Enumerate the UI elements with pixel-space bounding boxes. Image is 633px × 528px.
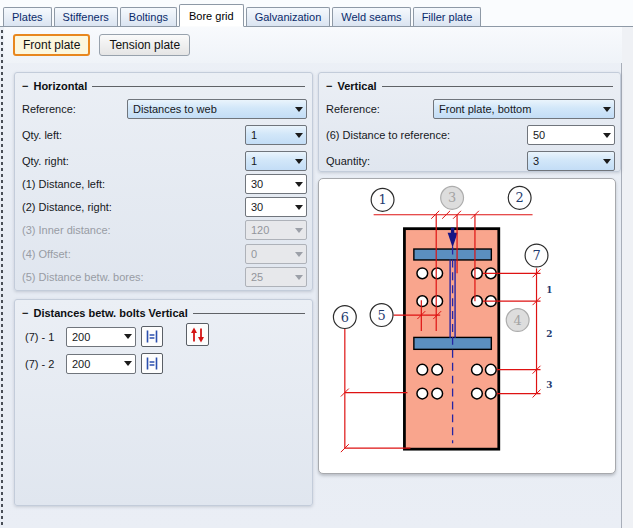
vertical-reference-row: Reference: Front plate, bottom — [319, 99, 620, 119]
inner-distance-row: (3) Inner distance: 120 — [15, 220, 312, 240]
tab-galvanization[interactable]: Galvanization — [246, 7, 331, 26]
distance-to-reference-row: (6) Distance to reference: 50 — [319, 125, 620, 145]
svg-text:3: 3 — [448, 190, 456, 205]
chevron-down-icon — [291, 205, 306, 210]
offset-label: (4) Offset: — [22, 248, 71, 260]
group-rule — [92, 86, 305, 87]
chevron-down-icon — [599, 133, 614, 138]
group-title: Horizontal — [33, 80, 87, 92]
distance-right-row: (2) Distance, right: 30 — [15, 197, 312, 217]
qty-right-row: Qty. right: 1 — [15, 151, 312, 171]
distance-to-reference-combo[interactable]: 50 — [527, 125, 615, 145]
group-title: Vertical — [337, 80, 376, 92]
group-rule — [382, 86, 613, 87]
bolt-distance-1-combo[interactable]: 200 — [66, 327, 136, 347]
svg-text:1: 1 — [378, 192, 386, 207]
reference-label: Reference: — [22, 103, 76, 115]
tab-weld-seams[interactable]: Weld seams — [332, 7, 410, 26]
quantity-select[interactable]: 3 — [527, 151, 615, 171]
bolt-distances-header: − Distances betw. bolts Vertical — [15, 300, 312, 322]
callout-2: 2 — [508, 186, 531, 209]
callout-7: 7 — [525, 244, 548, 267]
swap-direction-button[interactable] — [186, 323, 209, 346]
tab-bore-grid[interactable]: Bore grid — [179, 4, 244, 27]
chevron-down-icon — [291, 275, 306, 280]
svg-text:5: 5 — [377, 308, 385, 323]
callout-3-disabled: 3 — [441, 186, 464, 209]
distance-left-label: (1) Distance, left: — [22, 178, 105, 190]
qty-right-label: Qty. right: — [22, 155, 69, 167]
bolt-distance-2-label: (7) - 2 — [25, 358, 61, 370]
vertical-reference-select[interactable]: Front plate, bottom — [433, 99, 615, 119]
bolt-grid-diagram-panel: 1 3 2 7 4 6 5 1 2 3 — [318, 178, 616, 474]
chevron-down-icon — [599, 107, 614, 112]
qty-left-select[interactable]: 1 — [245, 125, 307, 145]
distance-right-combo[interactable]: 30 — [245, 197, 307, 217]
gap-labels: 1 2 3 — [546, 285, 552, 389]
right-gutter — [621, 27, 633, 528]
callout-6: 6 — [333, 306, 356, 329]
tab-filler-plate[interactable]: Filler plate — [413, 7, 482, 26]
equal-distance-button-2[interactable] — [141, 353, 163, 374]
collapse-glyph[interactable]: − — [326, 81, 332, 91]
distance-left-row: (1) Distance, left: 30 — [15, 174, 312, 194]
quantity-label: Quantity: — [326, 155, 370, 167]
offset-combo: 0 — [245, 244, 307, 264]
tab-bar: Plates Stiffeners Boltings Bore grid Gal… — [0, 0, 633, 27]
bolt-distances-group: − Distances betw. bolts Vertical (7) - 1… — [14, 299, 313, 506]
qty-left-label: Qty. left: — [22, 129, 62, 141]
bolt-distance-1-label: (7) - 1 — [25, 331, 61, 343]
svg-text:6: 6 — [341, 310, 349, 325]
bolt-distance-2-combo[interactable]: 200 — [66, 354, 136, 374]
group-rule — [193, 313, 305, 314]
chevron-down-icon — [291, 107, 306, 112]
svg-text:2: 2 — [516, 190, 524, 205]
bolt-distance-row-2: (7) - 2 200 — [15, 353, 312, 374]
chevron-down-icon — [291, 182, 306, 187]
tab-stiffeners[interactable]: Stiffeners — [54, 7, 118, 26]
horizontal-group: − Horizontal Reference: Distances to web… — [14, 72, 313, 291]
chevron-down-icon — [120, 361, 135, 366]
distance-bores-row: (5) Distance betw. bores: 25 — [15, 267, 312, 287]
distance-right-label: (2) Distance, right: — [22, 201, 112, 213]
bolt-diagram: 1 3 2 7 4 6 5 1 2 3 — [319, 179, 615, 473]
chevron-down-icon — [291, 252, 306, 257]
svg-text:3: 3 — [546, 380, 552, 390]
chevron-down-icon — [120, 334, 135, 339]
quantity-row: Quantity: 3 — [319, 151, 620, 171]
collapse-glyph[interactable]: − — [22, 308, 28, 318]
swap-vertical-icon — [190, 327, 205, 343]
panel-splitter-handle[interactable] — [0, 0, 4, 528]
reference-select[interactable]: Distances to web — [127, 99, 307, 119]
equal-distance-button-1[interactable] — [141, 326, 163, 347]
vertical-reference-label: Reference: — [326, 103, 380, 115]
bolt-distance-row-1: (7) - 1 200 — [15, 326, 312, 347]
plate-selector-toolbar: Front plate Tension plate — [4, 27, 622, 63]
inner-distance-label: (3) Inner distance: — [22, 224, 111, 236]
front-plate-button[interactable]: Front plate — [13, 34, 90, 56]
callout-4-disabled: 4 — [506, 309, 529, 332]
distance-left-combo[interactable]: 30 — [245, 174, 307, 194]
vertical-group: − Vertical Reference: Front plate, botto… — [318, 72, 621, 172]
inner-distance-combo: 120 — [245, 220, 307, 240]
svg-text:4: 4 — [514, 313, 522, 328]
distance-bores-label: (5) Distance betw. bores: — [22, 271, 144, 283]
horizontal-group-header: − Horizontal — [15, 73, 312, 95]
svg-text:7: 7 — [532, 248, 540, 263]
collapse-glyph[interactable]: − — [22, 81, 28, 91]
tab-plates[interactable]: Plates — [3, 7, 52, 26]
tension-plate-button[interactable]: Tension plate — [99, 34, 190, 56]
qty-right-select[interactable]: 1 — [245, 151, 307, 171]
distance-bores-combo: 25 — [245, 267, 307, 287]
equal-distance-icon — [145, 357, 159, 370]
chevron-down-icon — [291, 133, 306, 138]
distance-to-reference-label: (6) Distance to reference: — [326, 129, 450, 141]
qty-left-row: Qty. left: 1 — [15, 125, 312, 145]
group-title: Distances betw. bolts Vertical — [33, 307, 187, 319]
tab-boltings[interactable]: Boltings — [120, 7, 177, 26]
chevron-down-icon — [291, 228, 306, 233]
reference-row: Reference: Distances to web — [15, 99, 312, 119]
svg-text:2: 2 — [546, 329, 552, 339]
offset-row: (4) Offset: 0 — [15, 244, 312, 264]
equal-distance-icon — [145, 330, 159, 343]
